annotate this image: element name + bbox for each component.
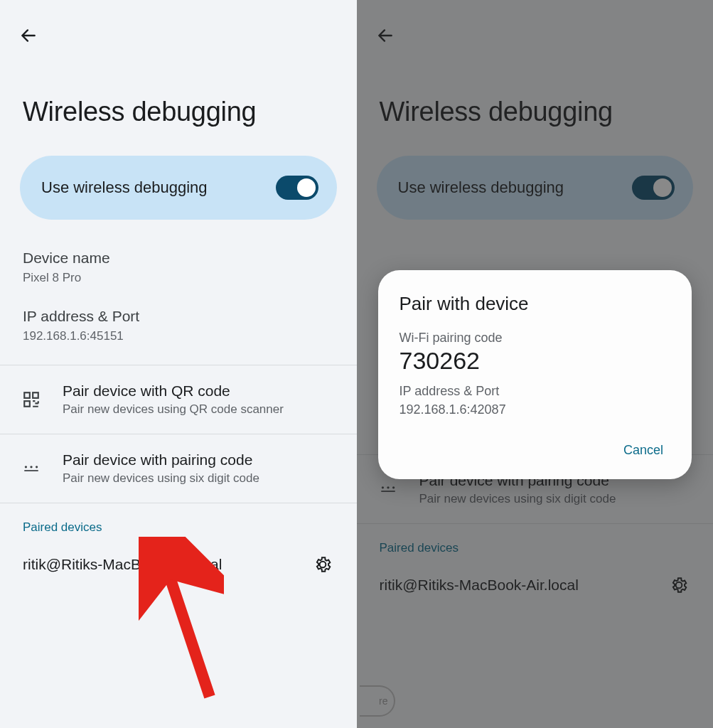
svg-rect-6 xyxy=(24,470,38,471)
paired-device-name: ritik@Ritiks-MacBook-Air.local xyxy=(23,556,222,573)
wireless-debug-toggle-label: Use wireless debugging xyxy=(41,178,208,197)
svg-rect-0 xyxy=(24,392,30,398)
page-title: Wireless debugging xyxy=(0,57,357,156)
svg-point-4 xyxy=(30,466,32,468)
screen-left: Wireless debugging Use wireless debuggin… xyxy=(0,0,357,728)
ip-port-value: 192.168.1.6:45151 xyxy=(23,329,334,343)
device-name-label: Device name xyxy=(23,250,334,267)
svg-point-5 xyxy=(36,466,38,468)
ip-port-block: IP address & Port 192.168.1.6:45151 xyxy=(0,294,357,352)
pair-dialog-title: Pair with device xyxy=(400,293,671,315)
pair-code-title: Pair device with pairing code xyxy=(63,451,340,469)
ip-port-label: IP address & Port xyxy=(23,308,334,325)
wireless-debug-toggle-card[interactable]: Use wireless debugging xyxy=(20,156,337,220)
pair-dialog: Pair with device Wi-Fi pairing code 7302… xyxy=(378,270,692,479)
pair-dialog-cancel-button[interactable]: Cancel xyxy=(616,439,670,462)
paired-devices-header: Paired devices xyxy=(0,503,357,543)
pair-dialog-ip-label: IP address & Port xyxy=(400,382,671,400)
pair-code-sub: Pair new devices using six digit code xyxy=(63,471,340,486)
wireless-debug-switch[interactable] xyxy=(276,176,318,200)
paired-device-row[interactable]: ritik@Ritiks-MacBook-Air.local xyxy=(0,543,357,590)
pair-code-option[interactable]: Pair device with pairing code Pair new d… xyxy=(0,434,357,503)
gear-icon xyxy=(313,555,332,574)
pair-qr-option[interactable]: Pair device with QR code Pair new device… xyxy=(0,365,357,434)
arrow-left-icon xyxy=(19,26,38,45)
back-button[interactable] xyxy=(14,21,43,50)
svg-point-3 xyxy=(25,466,27,468)
pair-qr-title: Pair device with QR code xyxy=(63,382,340,400)
device-name-block: Device name Pixel 8 Pro xyxy=(0,241,357,294)
pair-dialog-ip-value: 192.168.1.6:42087 xyxy=(400,400,671,419)
paired-device-settings-button[interactable] xyxy=(309,550,337,579)
screen-right: Wireless debugging Use wireless debuggin… xyxy=(357,0,714,728)
device-name-value: Pixel 8 Pro xyxy=(23,271,334,285)
svg-rect-2 xyxy=(24,401,30,407)
qr-icon xyxy=(17,390,45,409)
pair-qr-sub: Pair new devices using QR code scanner xyxy=(63,402,340,417)
pair-dialog-code-label: Wi-Fi pairing code xyxy=(400,331,671,346)
topbar xyxy=(0,0,357,57)
svg-rect-1 xyxy=(33,392,38,398)
pair-dialog-code: 730262 xyxy=(400,347,671,375)
dots-icon xyxy=(17,459,45,478)
